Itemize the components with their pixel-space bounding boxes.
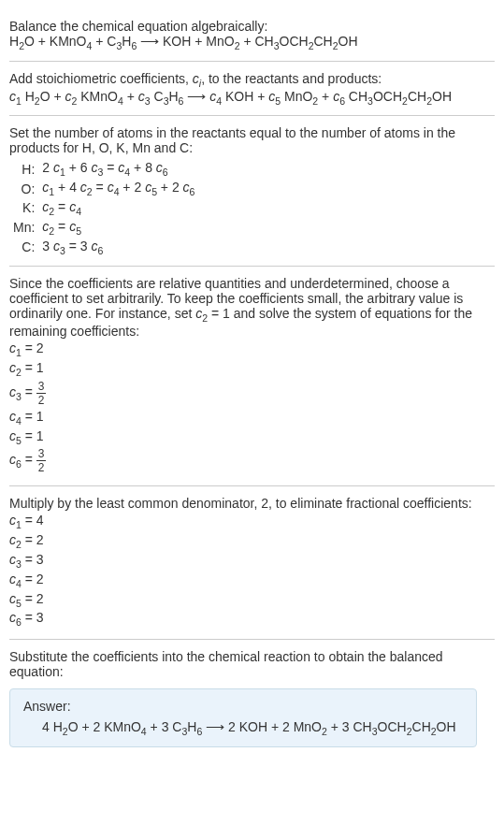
problem-equation: H2O + KMnO4 + C3H6 ⟶ KOH + MnO2 + CH3OCH…: [9, 34, 495, 51]
answer-title: Substitute the coefficients into the che…: [9, 649, 495, 679]
table-row: K:c2 = c4: [9, 198, 198, 218]
element-equation: 3 c3 = 3 c6: [38, 238, 198, 257]
element-label: Mn:: [9, 218, 38, 238]
atom-eq-title: Set the number of atoms in the reactants…: [9, 125, 495, 155]
element-equation: c2 = c5: [38, 218, 198, 238]
coeff-value: c3 = 32: [9, 380, 495, 407]
section-coefficients: Add stoichiometric coefficients, ci, to …: [9, 62, 495, 117]
section-atom-equations: Set the number of atoms in the reactants…: [9, 116, 495, 267]
coeff-equation: c1 H2O + c2 KMnO4 + c3 C3H6 ⟶ c4 KOH + c…: [9, 89, 495, 107]
coeff-value: c4 = 2: [9, 572, 495, 589]
answer-equation: 4 H2O + 2 KMnO4 + 3 C3H6 ⟶ 2 KOH + 2 MnO…: [23, 719, 463, 737]
coeff-value: c2 = 1: [9, 360, 495, 378]
coeff-value: c3 = 3: [9, 552, 495, 570]
coeff-value: c4 = 1: [9, 409, 495, 427]
coeff-value: c2 = 2: [9, 532, 495, 550]
section-answer: Substitute the coefficients into the che…: [9, 640, 495, 757]
table-row: C:3 c3 = 3 c6: [9, 238, 198, 257]
coeff-value: c1 = 2: [9, 340, 495, 358]
atom-eq-table: H:2 c1 + 6 c3 = c4 + 8 c6 O:c1 + 4 c2 = …: [9, 159, 198, 256]
element-equation: 2 c1 + 6 c3 = c4 + 8 c6: [38, 159, 198, 179]
element-equation: c1 + 4 c2 = c4 + 2 c5 + 2 c6: [38, 179, 198, 198]
element-label: O:: [9, 179, 38, 198]
element-equation: c2 = c4: [38, 198, 198, 218]
coeff-value: c6 = 32: [9, 447, 495, 474]
multiply-title: Multiply by the least common denominator…: [9, 496, 495, 511]
answer-box: Answer: 4 H2O + 2 KMnO4 + 3 C3H6 ⟶ 2 KOH…: [9, 688, 477, 747]
element-label: C:: [9, 238, 38, 257]
problem-title: Balance the chemical equation algebraica…: [9, 19, 495, 34]
table-row: H:2 c1 + 6 c3 = c4 + 8 c6: [9, 159, 198, 179]
section-multiply: Multiply by the least common denominator…: [9, 486, 495, 640]
coeff-value: c5 = 2: [9, 591, 495, 609]
coeff-title: Add stoichiometric coefficients, ci, to …: [9, 71, 495, 89]
coeff-value: c5 = 1: [9, 428, 495, 446]
coeff-value: c1 = 4: [9, 513, 495, 530]
section-solve: Since the coefficients are relative quan…: [9, 267, 495, 486]
element-label: H:: [9, 159, 38, 179]
solve-title: Since the coefficients are relative quan…: [9, 276, 495, 339]
coeff-var: ci: [193, 71, 201, 86]
element-label: K:: [9, 198, 38, 218]
table-row: O:c1 + 4 c2 = c4 + 2 c5 + 2 c6: [9, 179, 198, 198]
answer-label: Answer:: [23, 699, 463, 714]
section-problem: Balance the chemical equation algebraica…: [9, 9, 495, 62]
table-row: Mn:c2 = c5: [9, 218, 198, 238]
coeff-value: c6 = 3: [9, 610, 495, 628]
